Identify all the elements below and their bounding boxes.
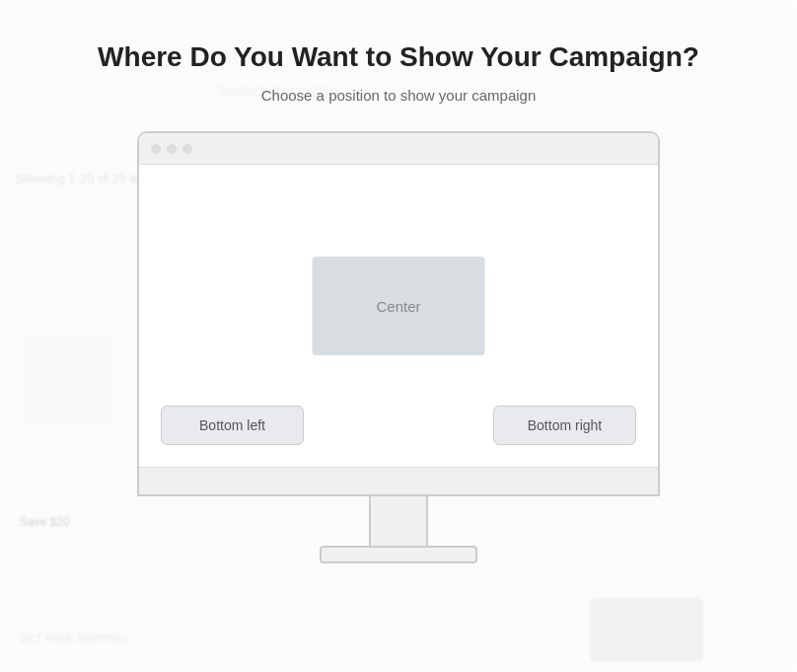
bottom-right-position-btn[interactable]: Bottom right: [493, 406, 636, 445]
monitor-content: Center Bottom left Bottom right: [139, 165, 658, 467]
monitor-illustration: Center Bottom left Bottom right: [137, 131, 660, 563]
monitor-base: [320, 546, 477, 563]
monitor-top-bar: [139, 133, 658, 165]
bottom-left-position-btn[interactable]: Bottom left: [161, 406, 304, 445]
modal-title: Where Do You Want to Show Your Campaign?: [98, 39, 699, 75]
center-label: Center: [376, 298, 420, 315]
monitor-screen: Center Bottom left Bottom right: [137, 131, 660, 496]
center-position-box[interactable]: Center: [313, 257, 485, 355]
modal-subtitle: Choose a position to show your campaign: [261, 87, 537, 104]
monitor-dot-1: [151, 144, 161, 154]
monitor-neck: [369, 496, 428, 546]
monitor-dot-3: [182, 144, 192, 154]
monitor-dot-2: [167, 144, 177, 154]
monitor-bottom-bar: [139, 467, 658, 494]
campaign-position-overlay: Where Do You Want to Show Your Campaign?…: [0, 0, 797, 672]
